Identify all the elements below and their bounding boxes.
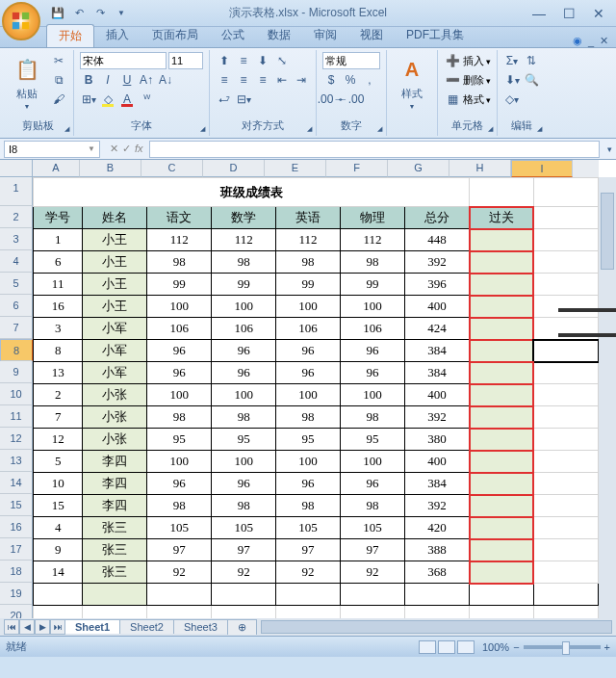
horizontal-scrollbar[interactable] [261, 620, 612, 634]
number-format-select[interactable] [322, 52, 380, 69]
sheet-tab-Sheet2[interactable]: Sheet2 [119, 619, 174, 634]
col-header-A[interactable]: A [33, 160, 80, 177]
percent-icon[interactable]: % [342, 71, 359, 89]
tab-插入[interactable]: 插入 [94, 24, 141, 47]
tab-公式[interactable]: 公式 [210, 24, 256, 47]
grow-font-icon[interactable]: A↑ [138, 71, 155, 89]
header-cell[interactable]: 总分 [405, 207, 470, 229]
tab-PDF工具集[interactable]: PDF工具集 [395, 24, 475, 47]
row-header-11[interactable]: 11 [0, 405, 33, 428]
active-cell[interactable] [533, 340, 598, 362]
page-layout-view-button[interactable] [438, 640, 455, 654]
col-header-I[interactable]: I [511, 160, 573, 177]
new-sheet-button[interactable]: ⊕ [227, 619, 257, 635]
minimize-button[interactable]: — [532, 6, 546, 21]
tab-审阅[interactable]: 审阅 [302, 24, 348, 47]
col-header-B[interactable]: B [80, 160, 141, 177]
fx-icon[interactable]: fx [135, 143, 143, 155]
row-header-2[interactable]: 2 [0, 206, 33, 228]
comma-icon[interactable]: , [361, 71, 378, 89]
cancel-formula-icon[interactable]: ✕ [110, 143, 118, 155]
enter-formula-icon[interactable]: ✓ [122, 143, 131, 155]
autosum-icon[interactable]: Σ▾ [503, 52, 521, 69]
col-header-D[interactable]: D [203, 160, 265, 177]
row-header-3[interactable]: 3 [0, 228, 33, 250]
wrap-text-icon[interactable]: ⮐ [216, 91, 233, 108]
row-header-12[interactable]: 12 [0, 428, 33, 450]
header-cell[interactable]: 过关 [470, 207, 534, 229]
zoom-out-button[interactable]: − [513, 641, 519, 653]
tab-开始[interactable]: 开始 [46, 24, 94, 47]
paste-button[interactable]: 📋 粘贴 ▼ [8, 52, 46, 112]
app-close-icon[interactable]: ✕ [600, 35, 608, 47]
save-icon[interactable]: 💾 [50, 6, 65, 21]
cut-icon[interactable]: ✂ [50, 52, 67, 69]
find-icon[interactable]: 🔍 [523, 71, 540, 89]
row-header-15[interactable]: 15 [0, 494, 33, 516]
align-left-icon[interactable]: ≡ [216, 71, 233, 89]
row-header-19[interactable]: 19 [0, 583, 33, 605]
format-cells-button[interactable]: ▦格式▾ [444, 91, 491, 108]
qat-dropdown-icon[interactable]: ▼ [114, 6, 129, 21]
col-header-H[interactable]: H [449, 160, 511, 177]
fill-color-button[interactable]: ◇ [99, 91, 116, 108]
worksheet-grid[interactable]: ABCDEFGHI 123456789101112131415161718192… [0, 160, 616, 636]
row-header-14[interactable]: 14 [0, 472, 33, 494]
redo-icon[interactable]: ↷ [92, 6, 108, 21]
row-header-9[interactable]: 9 [0, 361, 33, 383]
row-header-1[interactable]: 1 [0, 177, 33, 206]
row-header-8[interactable]: 8 [0, 339, 33, 361]
header-cell[interactable]: 物理 [341, 207, 405, 229]
maximize-button[interactable]: ☐ [563, 6, 576, 21]
align-top-icon[interactable]: ⬆ [216, 52, 233, 69]
align-right-icon[interactable]: ≡ [254, 71, 271, 89]
align-middle-icon[interactable]: ≡ [235, 52, 252, 69]
italic-button[interactable]: I [99, 71, 116, 89]
shrink-font-icon[interactable]: A↓ [157, 71, 174, 89]
align-bottom-icon[interactable]: ⬇ [254, 52, 271, 69]
row-header-18[interactable]: 18 [0, 561, 33, 583]
copy-icon[interactable]: ⧉ [50, 71, 67, 89]
col-header-F[interactable]: F [326, 160, 388, 177]
format-painter-icon[interactable]: 🖌 [50, 91, 67, 108]
insert-cells-button[interactable]: ➕插入▾ [444, 52, 491, 69]
sort-filter-icon[interactable]: ⇅ [523, 52, 540, 69]
row-header-4[interactable]: 4 [0, 250, 33, 273]
clear-icon[interactable]: ◇▾ [503, 91, 521, 108]
header-cell[interactable]: 学号 [34, 207, 83, 229]
indent-increase-icon[interactable]: ⇥ [293, 71, 310, 89]
prev-sheet-button[interactable]: ◀ [19, 619, 35, 635]
fill-icon[interactable]: ⬇▾ [503, 71, 521, 89]
col-header-E[interactable]: E [265, 160, 326, 177]
currency-icon[interactable]: $ [322, 71, 340, 89]
phonetic-icon[interactable]: ᵂ [138, 91, 155, 108]
row-header-13[interactable]: 13 [0, 450, 33, 472]
header-cell[interactable]: 语文 [147, 207, 212, 229]
row-header-7[interactable]: 7 [0, 317, 33, 339]
tab-页面布局[interactable]: 页面布局 [141, 24, 210, 47]
undo-icon[interactable]: ↶ [71, 6, 87, 21]
last-sheet-button[interactable]: ⏭ [50, 619, 65, 635]
header-cell[interactable]: 数学 [212, 207, 276, 229]
row-header-6[interactable]: 6 [0, 295, 33, 317]
select-all-corner[interactable] [0, 160, 33, 177]
column-headers[interactable]: ABCDEFGHI [33, 160, 599, 177]
border-button[interactable]: ⊞▾ [80, 91, 97, 108]
indent-decrease-icon[interactable]: ⇤ [273, 71, 291, 89]
styles-button[interactable]: A 样式 ▼ [393, 52, 431, 112]
underline-button[interactable]: U [118, 71, 136, 89]
font-color-button[interactable]: A [118, 91, 136, 108]
expand-formula-icon[interactable]: ▾ [603, 144, 616, 154]
row-header-10[interactable]: 10 [0, 383, 33, 405]
close-button[interactable]: ✕ [593, 6, 604, 21]
sheet-tab-Sheet3[interactable]: Sheet3 [173, 619, 228, 634]
merge-center-icon[interactable]: ⊟▾ [235, 91, 252, 108]
row-headers[interactable]: 1234567891011121314151617181920 [0, 177, 33, 618]
delete-cells-button[interactable]: ➖删除▾ [444, 71, 491, 89]
font-name-select[interactable] [80, 52, 167, 69]
col-header-G[interactable]: G [388, 160, 449, 177]
header-cell[interactable]: 英语 [276, 207, 341, 229]
align-center-icon[interactable]: ≡ [235, 71, 252, 89]
header-cell[interactable]: 姓名 [83, 207, 147, 229]
normal-view-button[interactable] [419, 640, 436, 654]
